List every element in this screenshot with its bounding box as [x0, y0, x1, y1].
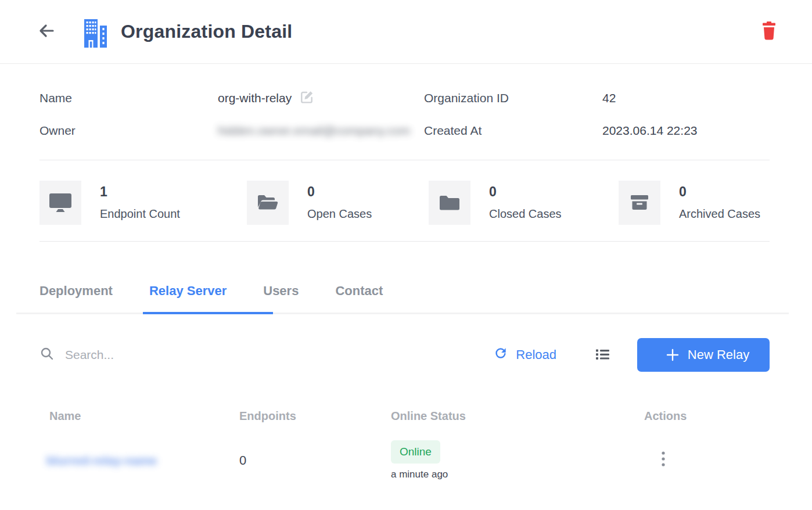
field-label-name: Name — [39, 91, 218, 105]
building-icon — [84, 16, 107, 48]
reload-icon — [493, 346, 508, 364]
table-row: blurred-relay-name 0 Online a minute ago — [39, 440, 770, 480]
organization-info: Name org-with-relay Organization ID 42 O… — [39, 64, 770, 160]
table-header-actions: Actions — [644, 410, 770, 423]
field-label-org-id: Organization ID — [424, 91, 602, 105]
field-value-owner-blurred: hidden.owner.email@company.com — [218, 124, 410, 138]
stats-row: 1 Endpoint Count 0 Open Cases — [39, 160, 770, 241]
search-box — [39, 346, 251, 364]
stat-label: Endpoint Count — [100, 207, 180, 221]
edit-icon — [300, 89, 315, 106]
tab-relay-server[interactable]: Relay Server — [149, 283, 227, 299]
plus-icon — [666, 348, 680, 362]
tab-users[interactable]: Users — [263, 283, 299, 299]
relay-table: Name Endpoints Online Status Actions blu… — [39, 410, 770, 480]
search-icon — [39, 346, 55, 364]
tab-bar: Deployment Relay Server Users Contact — [39, 242, 770, 299]
field-value-name: org-with-relay — [218, 91, 292, 105]
stat-label: Closed Cases — [489, 207, 562, 221]
relay-name-link-blurred[interactable]: blurred-relay-name — [39, 454, 157, 468]
edit-name-button[interactable] — [300, 89, 315, 106]
list-view-icon — [595, 347, 610, 363]
page-title: Organization Detail — [121, 21, 292, 42]
table-header-online-status: Online Status — [391, 410, 644, 423]
monitor-icon — [39, 181, 81, 225]
archive-icon — [619, 181, 660, 225]
stat-value: 0 — [489, 184, 562, 200]
trash-icon — [761, 21, 777, 42]
table-header-endpoints: Endpoints — [239, 410, 391, 423]
stat-endpoint-count: 1 Endpoint Count — [39, 181, 247, 225]
row-actions-button[interactable] — [658, 448, 669, 472]
tab-contact[interactable]: Contact — [335, 283, 383, 299]
stat-label: Archived Cases — [679, 207, 760, 221]
stat-open-cases: 0 Open Cases — [247, 181, 429, 225]
back-button[interactable] — [37, 23, 56, 41]
endpoints-value: 0 — [239, 453, 391, 468]
stat-value: 0 — [307, 184, 372, 200]
field-label-owner: Owner — [39, 124, 218, 138]
new-relay-button[interactable]: New Relay — [637, 338, 770, 372]
reload-button[interactable]: Reload — [486, 346, 556, 364]
stat-label: Open Cases — [307, 207, 372, 221]
online-status-badge: Online — [391, 440, 440, 464]
page-header: Organization Detail — [0, 0, 812, 64]
table-header-name: Name — [39, 410, 239, 423]
search-input[interactable] — [65, 348, 251, 362]
reload-label: Reload — [516, 347, 556, 362]
field-value-org-id: 42 — [602, 91, 770, 105]
field-label-created-at: Created At — [424, 124, 602, 138]
folder-icon — [429, 181, 470, 225]
list-view-button[interactable] — [595, 347, 610, 363]
tab-track — [16, 313, 789, 314]
stat-value: 1 — [100, 184, 180, 200]
kebab-icon — [660, 451, 666, 470]
table-header-row: Name Endpoints Online Status Actions — [39, 410, 770, 423]
new-relay-label: New Relay — [688, 347, 749, 362]
tab-deployment[interactable]: Deployment — [39, 283, 113, 299]
field-value-created-at: 2023.06.14 22:23 — [602, 124, 770, 138]
delete-organization-button[interactable] — [761, 21, 777, 42]
active-tab-indicator — [143, 312, 273, 314]
relay-toolbar: Reload — [39, 337, 770, 372]
folder-open-icon — [247, 181, 289, 225]
last-seen-text: a minute ago — [391, 469, 448, 480]
stat-archived-cases: 0 Archived Cases — [619, 181, 770, 225]
arrow-left-icon — [37, 23, 56, 41]
stat-closed-cases: 0 Closed Cases — [429, 181, 619, 225]
stat-value: 0 — [679, 184, 760, 200]
